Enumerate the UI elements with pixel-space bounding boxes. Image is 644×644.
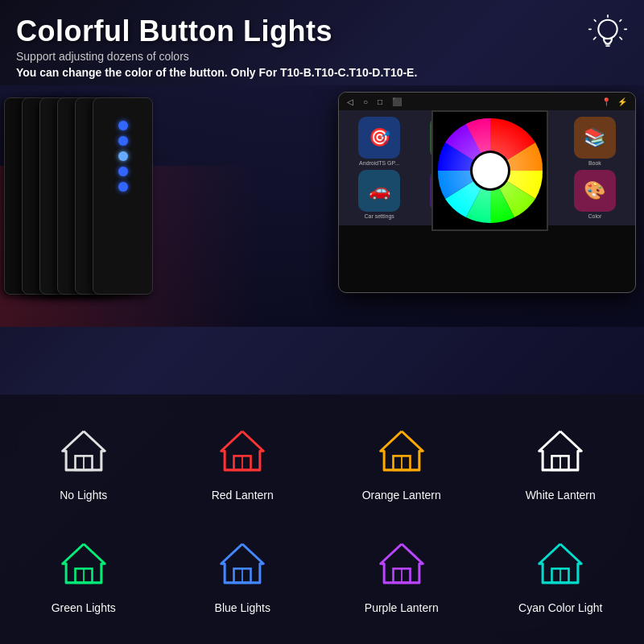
svg-line-5 — [594, 20, 596, 22]
house-icon-orange-lantern — [374, 424, 430, 481]
recent-icon[interactable]: □ — [378, 97, 382, 106]
light-item-no-lights[interactable]: No Lights — [8, 411, 159, 515]
house-icon-red-lantern — [214, 424, 270, 481]
device-section: ◁ ○ □ ⬛ 📍 ⚡ 🎯 AndroidTS GP... 🤖 APK Inst… — [0, 85, 644, 327]
svg-line-9 — [594, 37, 597, 39]
green-lights-label: Green Lights — [52, 601, 116, 614]
svg-point-0 — [598, 20, 617, 39]
light-item-red-lantern[interactable]: Red Lantern — [167, 411, 319, 515]
header-section: Colorful Button Lights Support adjusting… — [0, 0, 644, 85]
color-wheel-overlay[interactable] — [431, 110, 548, 231]
device-card-6 — [93, 97, 153, 295]
purple-lantern-label: Purple Lantern — [365, 601, 439, 614]
white-lantern-label: White Lantern — [526, 489, 596, 502]
btn-blue-2 — [118, 121, 128, 130]
app-color-label: Color — [588, 213, 602, 219]
app-color[interactable]: 🎨 Color — [561, 170, 629, 219]
btn-blue-5 — [118, 167, 128, 176]
app-car-icon: 🚗 — [358, 170, 400, 212]
light-item-orange-lantern[interactable]: Orange Lantern — [326, 411, 477, 515]
house-icon-no-lights — [56, 424, 112, 481]
light-item-white-lantern[interactable]: White Lantern — [485, 411, 637, 515]
main-screen: ◁ ○ □ ⬛ 📍 ⚡ 🎯 AndroidTS GP... 🤖 APK Inst… — [338, 92, 636, 293]
blue-lights-label: Blue Lights — [215, 601, 270, 614]
lights-panel: No Lights Red Lantern Orange Lantern — [0, 394, 644, 644]
app-book[interactable]: 📚 Book — [561, 117, 629, 166]
app-car-label: Car settings — [364, 213, 394, 219]
screen-top-bar: ◁ ○ □ ⬛ 📍 ⚡ — [339, 93, 635, 110]
light-item-cyan-color-light[interactable]: Cyan Color Light — [485, 523, 637, 628]
home-icon[interactable]: ○ — [363, 97, 368, 106]
page-title: Colorful Button Lights — [16, 14, 628, 48]
bulb-icon — [588, 14, 628, 55]
svg-line-4 — [620, 20, 621, 22]
note: You can change the color of the button. … — [16, 66, 628, 79]
btn-blue-4 — [118, 151, 128, 161]
screenshot-icon[interactable]: ⬛ — [392, 97, 402, 106]
btn-blue-3 — [118, 136, 128, 146]
light-item-green-lights[interactable]: Green Lights — [8, 523, 159, 628]
nav-icons: ◁ ○ □ ⬛ — [347, 97, 402, 106]
lights-grid: No Lights Red Lantern Orange Lantern — [0, 394, 644, 644]
app-androidts[interactable]: 🎯 AndroidTS GP... — [345, 117, 413, 166]
cyan-color-light-label: Cyan Color Light — [518, 601, 602, 614]
power-icon: ⚡ — [617, 97, 627, 106]
svg-line-8 — [620, 37, 622, 39]
house-icon-green-lights — [56, 537, 112, 593]
house-icon-cyan-color-light — [532, 537, 588, 593]
light-item-purple-lantern[interactable]: Purple Lantern — [326, 523, 477, 628]
light-item-blue-lights[interactable]: Blue Lights — [167, 523, 319, 628]
app-book-label: Book — [588, 160, 601, 166]
app-car-settings[interactable]: 🚗 Car settings — [345, 170, 413, 219]
color-wheel-svg — [434, 114, 547, 227]
app-androidts-icon: 🎯 — [358, 117, 400, 159]
house-icon-white-lantern — [532, 424, 588, 481]
gps-icon: 📍 — [601, 97, 611, 106]
app-book-icon: 📚 — [574, 117, 616, 159]
red-lantern-label: Red Lantern — [212, 489, 274, 502]
no-lights-label: No Lights — [60, 489, 107, 502]
svg-point-13 — [473, 153, 508, 188]
app-color-icon: 🎨 — [574, 170, 616, 212]
btn-blue-6 — [118, 182, 128, 192]
app-androidts-label: AndroidTS GP... — [359, 160, 399, 166]
subtitle: Support adjusting dozens of colors — [16, 50, 628, 63]
house-icon-blue-lights — [214, 537, 270, 593]
app-grid: 🎯 AndroidTS GP... 🤖 APK Installer 📶 Blue… — [339, 110, 635, 225]
orange-lantern-label: Orange Lantern — [362, 489, 441, 502]
house-icon-purple-lantern — [374, 537, 430, 593]
back-icon[interactable]: ◁ — [347, 97, 353, 106]
status-icons: 📍 ⚡ — [601, 97, 627, 106]
